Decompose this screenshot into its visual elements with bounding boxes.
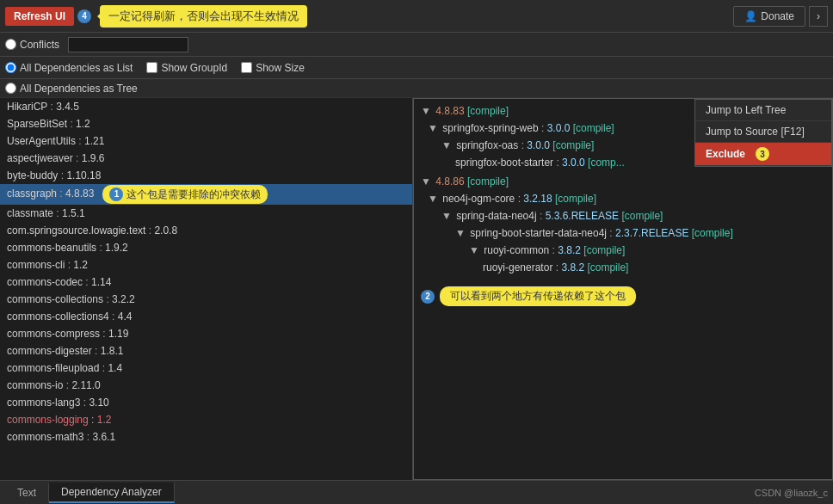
tree-item: ▼ neo4j-ogm-core : 3.2.18 [compile]: [414, 190, 832, 207]
show-size-option: Show Size: [241, 62, 305, 74]
dep-item[interactable]: com.springsource.lowagie.text : 2.0.8: [0, 222, 412, 239]
tree-item: ▼ ruoyi-common : 3.8.2 [compile]: [414, 242, 832, 259]
all-deps-tree-radio: All Dependencies as Tree: [5, 83, 138, 95]
badge-1: 1: [109, 187, 123, 201]
tab-dependency-analyzer[interactable]: Dependency Analyzer: [49, 482, 175, 503]
all-deps-list-radio: All Dependencies as List: [5, 62, 133, 74]
annotation2-bubble: 2 可以看到两个地方有传递依赖了这个包: [421, 286, 825, 306]
jump-source-item[interactable]: Jump to Source [F12]: [695, 121, 831, 143]
donate-label: Donate: [761, 10, 794, 22]
dep-item[interactable]: UserAgentUtils : 1.21: [0, 132, 412, 150]
dep-item[interactable]: commons-beanutils : 1.9.2: [0, 239, 412, 256]
credit: CSDN @liaozk_c: [755, 488, 828, 498]
show-groupid-checkbox[interactable]: [146, 62, 157, 73]
badge-3: 3: [756, 147, 769, 161]
show-groupid-option: Show GroupId: [146, 62, 227, 74]
annotation2-text: 可以看到两个地方有传递依赖了这个包: [440, 286, 636, 306]
jump-left-item[interactable]: Jump to Left Tree: [695, 100, 831, 121]
dep-item[interactable]: commons-cli : 1.2: [0, 256, 412, 274]
person-icon: 👤: [744, 10, 757, 22]
donate-button[interactable]: 👤 Donate: [733, 6, 805, 27]
radio-conflicts: Conflicts: [5, 39, 59, 51]
conflicts-radio[interactable]: [5, 39, 16, 50]
dep-item[interactable]: SparseBitSet : 1.2: [0, 115, 412, 132]
deps-list-radio-btn[interactable]: [5, 62, 16, 73]
options-bar: All Dependencies as List Show GroupId Sh…: [0, 57, 833, 79]
dep-item[interactable]: byte-buddy : 1.10.18: [0, 167, 412, 184]
dep-item[interactable]: commons-collections4 : 4.4: [0, 308, 412, 325]
context-menu: Jump to Left Tree Jump to Source [F12] E…: [694, 99, 832, 167]
arrow-button[interactable]: ›: [809, 6, 828, 27]
show-size-checkbox[interactable]: [241, 62, 252, 73]
exclude-item[interactable]: Exclude 3 需要忽略这版本: [695, 143, 831, 166]
badge-2: 2: [421, 290, 435, 304]
top-bar: Refresh UI 4 一定记得刷新，否则会出现不生效情况 👤 Donate …: [0, 0, 833, 33]
right-panel: ▼ 4.8.83 [compile] ▼ springfox-spring-we…: [413, 98, 833, 480]
dep-item[interactable]: commons-io : 2.11.0: [0, 377, 412, 394]
exclude-label: Exclude: [706, 148, 745, 160]
dep-item[interactable]: classgraph : 4.8.831这个包是需要排除的冲突依赖: [0, 184, 412, 205]
dep-item[interactable]: aspectjweaver : 1.9.6: [0, 150, 412, 167]
dep-item[interactable]: commons-fileupload : 1.4: [0, 360, 412, 377]
badge-4: 4: [77, 9, 91, 23]
tree-item: ▼ spring-boot-starter-data-neo4j : 2.3.7…: [414, 224, 832, 242]
search-input[interactable]: [68, 37, 188, 52]
left-panel: HikariCP : 3.4.5SparseBitSet : 1.2UserAg…: [0, 98, 413, 480]
tab-text[interactable]: Text: [5, 483, 49, 502]
dep-item[interactable]: commons-math3 : 3.6.1: [0, 428, 412, 446]
tooltip-refresh: 一定记得刷新，否则会出现不生效情况: [100, 5, 307, 28]
tree-bar: All Dependencies as Tree: [0, 79, 833, 98]
dep-item[interactable]: commons-digester : 1.8.1: [0, 342, 412, 360]
second-bar: Conflicts: [0, 33, 833, 57]
dep-item[interactable]: commons-codec : 1.14: [0, 274, 412, 291]
dep-item[interactable]: HikariCP : 3.4.5: [0, 98, 412, 115]
dep-item[interactable]: commons-compress : 1.19: [0, 325, 412, 342]
deps-tree-radio-btn[interactable]: [5, 83, 16, 94]
main-area: HikariCP : 3.4.5SparseBitSet : 1.2UserAg…: [0, 98, 833, 480]
dep-item[interactable]: classmate : 1.5.1: [0, 205, 412, 222]
dep-item[interactable]: commons-collections : 3.2.2: [0, 291, 412, 308]
tree-item: ▼ spring-data-neo4j : 5.3.6.RELEASE [com…: [414, 207, 832, 224]
dep-item[interactable]: commons-lang3 : 3.10: [0, 394, 412, 411]
bottom-bar: Text Dependency Analyzer CSDN @liaozk_c: [0, 480, 833, 504]
tree-item: ▼ 4.8.86 [compile]: [414, 173, 832, 190]
refresh-button[interactable]: Refresh UI: [5, 7, 74, 26]
annotation1-bubble: 1这个包是需要排除的冲突依赖: [102, 185, 268, 204]
tree-item: ruoyi-generator : 3.8.2 [compile]: [414, 259, 832, 276]
dep-item[interactable]: commons-logging : 1.2: [0, 411, 412, 428]
